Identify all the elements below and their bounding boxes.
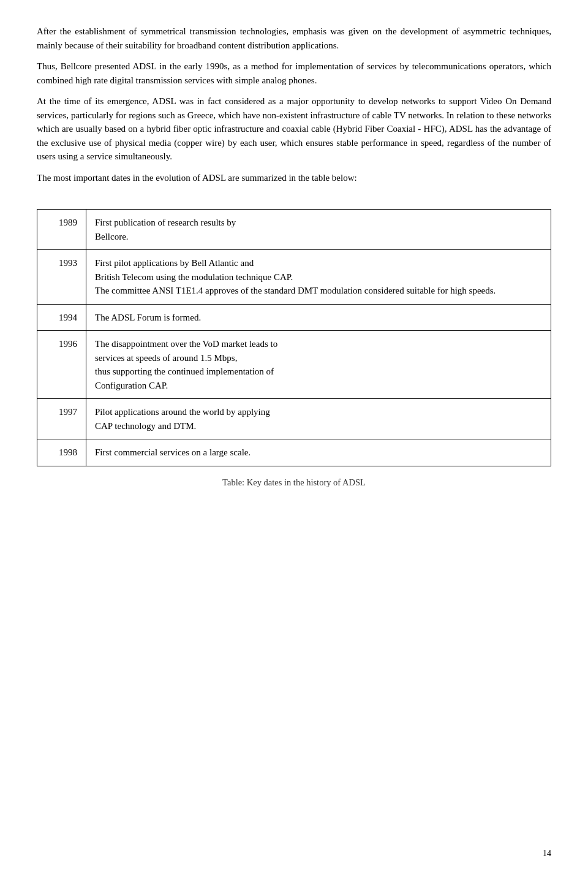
description-cell: First pilot applications by Bell Atlanti… [86,250,551,305]
description-cell: The ADSL Forum is formed. [86,304,551,331]
paragraph-4: The most important dates in the evolutio… [37,171,551,185]
year-cell: 1997 [37,399,86,439]
description-cell: First commercial services on a large sca… [86,439,551,466]
table-row: 1998First commercial services on a large… [37,439,551,466]
paragraph-3: At the time of its emergence, ADSL was i… [37,94,551,164]
year-cell: 1989 [37,210,86,250]
adsl-history-table: 1989First publication of research result… [37,209,551,466]
table-row: 1996The disappointment over the VoD mark… [37,331,551,399]
description-cell: First publication of research results by… [86,210,551,250]
paragraph-1: After the establishment of symmetrical t… [37,25,551,52]
table-row: 1994The ADSL Forum is formed. [37,304,551,331]
table-row: 1989First publication of research result… [37,210,551,250]
page: After the establishment of symmetrical t… [0,0,588,877]
table-row: 1993First pilot applications by Bell Atl… [37,250,551,305]
description-cell: The disappointment over the VoD market l… [86,331,551,399]
adsl-history-table-section: 1989First publication of research result… [37,209,551,488]
year-cell: 1996 [37,331,86,399]
page-number: 14 [543,849,551,859]
description-cell: Pilot applications around the world by a… [86,399,551,439]
year-cell: 1993 [37,250,86,305]
year-cell: 1994 [37,304,86,331]
paragraph-2: Thus, Bellcore presented ADSL in the ear… [37,59,551,87]
year-cell: 1998 [37,439,86,466]
table-caption: Table: Key dates in the history of ADSL [37,477,551,488]
table-row: 1997Pilot applications around the world … [37,399,551,439]
